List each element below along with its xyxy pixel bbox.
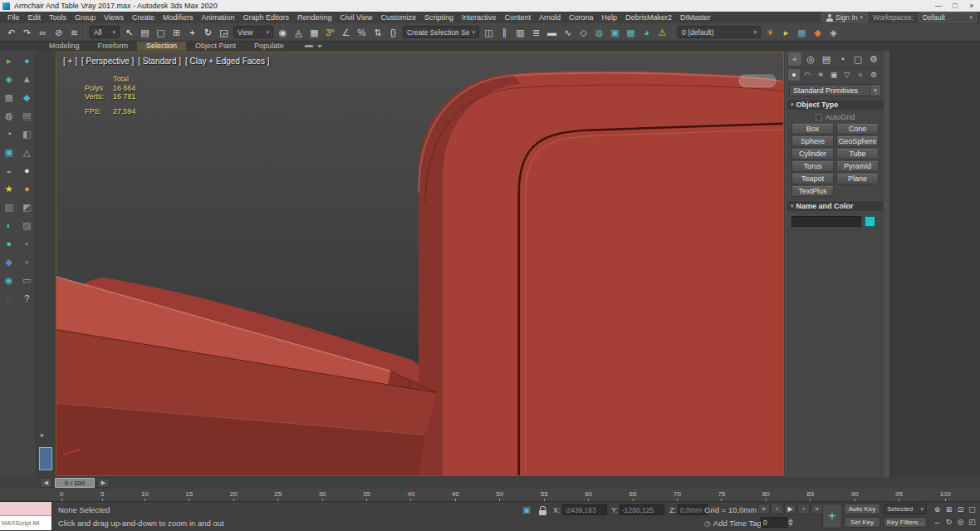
expand-arrow-icon[interactable]: ▸ <box>41 431 44 439</box>
pan-icon[interactable]: ↔ <box>932 516 943 528</box>
left-tool-icon-4[interactable]: ▲ <box>18 73 35 85</box>
object-color-swatch[interactable] <box>865 216 875 227</box>
name-color-rollout-header[interactable]: Name and Color <box>787 200 883 211</box>
left-tool-icon-2[interactable]: ● <box>18 55 35 66</box>
panel-scrollbar[interactable] <box>884 51 889 477</box>
macro-recorder-field[interactable] <box>0 502 51 516</box>
named-selection-sets-icon[interactable]: {} <box>385 25 401 40</box>
systems-category-icon[interactable]: ⚙ <box>868 69 880 81</box>
bind-to-space-warp-icon[interactable]: ≋ <box>66 25 82 40</box>
menu-item[interactable]: Civil View <box>336 13 377 22</box>
corona-toolbar-icon-2[interactable]: ▸ <box>778 25 794 40</box>
left-tool-icon-11[interactable]: ▣ <box>1 146 17 158</box>
workspaces-dropdown[interactable]: Default <box>919 12 977 22</box>
left-tool-icon-27[interactable]: ◌ <box>1 293 17 304</box>
navigation-gizmo[interactable] <box>739 75 776 87</box>
viewport-label-segment[interactable]: [ Clay + Edged Faces ] <box>185 57 269 66</box>
primitive-category-dropdown[interactable]: Standard Primitives <box>789 84 881 96</box>
next-frame-button[interactable]: ▶ <box>97 478 110 488</box>
lights-category-icon[interactable]: ☀ <box>815 69 826 81</box>
shapes-category-icon[interactable]: ◠ <box>801 69 813 81</box>
menu-item[interactable]: Modifiers <box>159 13 198 22</box>
corona-toolbar-icon-4[interactable]: ◆ <box>810 25 826 40</box>
menu-item[interactable]: Customize <box>376 13 420 22</box>
left-tool-icon-15[interactable]: ★ <box>1 183 17 194</box>
time-slider[interactable]: 0 / 100 <box>55 478 95 488</box>
percent-snap-icon[interactable]: % <box>354 25 370 40</box>
hierarchy-tab-icon[interactable]: ▤ <box>820 52 833 66</box>
display-tab-icon[interactable]: ▢ <box>851 52 865 66</box>
menu-item[interactable]: Create <box>128 13 159 22</box>
named-selection-sets-dropdown[interactable]: Create Selection Se <box>403 26 479 38</box>
selection-lock-icon[interactable] <box>537 505 548 516</box>
set-keys-button[interactable]: + <box>822 504 842 529</box>
schematic-view-icon[interactable]: ◇ <box>576 25 591 40</box>
undo-icon[interactable]: ↶ <box>3 25 19 40</box>
ribbon-tab[interactable]: Freeform <box>89 42 138 51</box>
left-tool-icon-16[interactable]: ● <box>18 183 35 194</box>
left-tool-icon-23[interactable]: ◆ <box>1 256 17 268</box>
play-button[interactable]: ▶ <box>784 504 796 514</box>
menu-item[interactable]: DebrisMaker2 <box>621 13 676 22</box>
menu-item[interactable]: Scripting <box>420 13 458 22</box>
crossing-selection-icon[interactable]: ⊞ <box>169 25 184 40</box>
left-tool-icon-8[interactable]: ▤ <box>18 110 35 121</box>
angle-snap-icon[interactable]: ∠ <box>338 25 354 40</box>
ribbon-tab[interactable]: Modeling <box>40 42 89 51</box>
left-tool-icon-13[interactable]: ◒ <box>1 165 17 176</box>
perspective-viewport[interactable]: [ + ][ Perspective ][ Standard ][ Clay +… <box>56 52 784 476</box>
object-type-rollout-header[interactable]: Object Type <box>787 99 883 110</box>
zoom-icon[interactable]: ⊕ <box>932 504 943 515</box>
key-filters-button[interactable]: Key Filters... <box>884 517 927 528</box>
primitive-button[interactable]: Cone <box>836 124 879 135</box>
menu-item[interactable]: Rendering <box>293 13 336 22</box>
maximize-button[interactable]: □ <box>947 2 963 10</box>
align-icon[interactable]: ∥ <box>497 25 512 40</box>
primitive-button[interactable]: Box <box>791 124 834 135</box>
utilities-tab-icon[interactable]: ⚙ <box>867 52 880 66</box>
scene-explorer-icon[interactable]: ▥ <box>512 25 528 40</box>
curve-editor-icon[interactable]: ∿ <box>560 25 576 40</box>
menu-item[interactable]: File <box>3 13 24 22</box>
listener-field[interactable]: MAXScript Mi <box>0 516 51 530</box>
cameras-category-icon[interactable]: ▣ <box>828 69 840 81</box>
primitive-button[interactable]: Tube <box>836 149 879 160</box>
go-to-start-button[interactable]: « <box>757 504 770 514</box>
use-pivot-center-icon[interactable]: ◉ <box>275 25 291 40</box>
unlink-selection-icon[interactable]: ⊘ <box>51 25 66 40</box>
menu-item[interactable]: Views <box>100 13 128 22</box>
material-editor-icon[interactable]: ◍ <box>591 25 607 40</box>
walk-through-icon[interactable]: ◎ <box>955 516 966 528</box>
select-by-name-icon[interactable]: ▤ <box>137 25 153 40</box>
menu-item[interactable]: Graph Editors <box>238 13 293 22</box>
zoom-all-icon[interactable]: ⊞ <box>943 504 954 515</box>
left-tool-icon-7[interactable]: ◍ <box>1 110 17 121</box>
create-tab-icon[interactable]: + <box>788 52 801 66</box>
select-and-link-icon[interactable]: ∞ <box>35 25 51 40</box>
primitive-button[interactable]: Teapot <box>791 174 834 184</box>
viewport-label-segment[interactable]: [ + ] <box>63 57 77 66</box>
helpers-category-icon[interactable]: ▽ <box>841 69 853 81</box>
primitive-button[interactable]: Torus <box>791 161 834 172</box>
y-coordinate-field[interactable] <box>620 504 664 515</box>
left-tool-icon-21[interactable]: ● <box>1 238 17 249</box>
rendered-frame-window-icon[interactable]: ▦ <box>623 25 639 40</box>
redo-icon[interactable]: ↷ <box>19 25 35 40</box>
auto-key-button[interactable]: Auto Key <box>844 504 880 514</box>
left-tool-icon-10[interactable]: ◧ <box>18 128 35 140</box>
snaps-toggle-icon[interactable]: 3° <box>322 25 338 40</box>
rectangular-selection-region-icon[interactable]: ▢ <box>153 25 169 40</box>
select-and-move-icon[interactable]: + <box>184 25 200 40</box>
keyable-set-dropdown[interactable]: Selected <box>884 504 927 514</box>
zoom-extents-icon[interactable]: ⊡ <box>955 504 966 515</box>
ribbon-toggle-icon[interactable]: ▬ <box>544 25 560 40</box>
viewport-label-segment[interactable]: [ Perspective ] <box>81 57 134 66</box>
isolate-selection-icon[interactable]: ▣ <box>520 504 533 516</box>
primitive-button[interactable]: TextPlus <box>791 186 834 197</box>
space-warps-category-icon[interactable]: ≈ <box>855 69 866 81</box>
chair-back-mesh[interactable] <box>419 71 783 475</box>
maxscript-mini-listener[interactable]: MAXScript Mi <box>0 502 52 531</box>
render-production-icon[interactable]: ◕ <box>639 25 654 40</box>
maximize-viewport-icon[interactable]: ◰ <box>967 516 978 528</box>
ribbon-tab[interactable]: Populate <box>245 42 293 51</box>
